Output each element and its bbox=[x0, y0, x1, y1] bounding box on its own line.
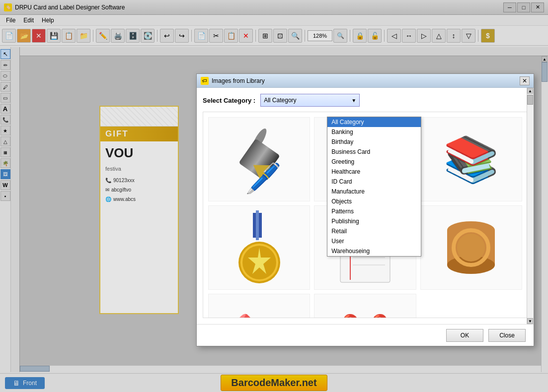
image-cell-medal[interactable] bbox=[208, 205, 310, 290]
images-library-dialog: 🏷 Images from Library ✕ Select Category … bbox=[196, 73, 534, 346]
scissors-emoji: ✂️ bbox=[340, 313, 390, 318]
category-item-banking[interactable]: Banking bbox=[327, 127, 421, 137]
category-item-id-card[interactable]: ID Card bbox=[327, 177, 421, 187]
category-item-business-card[interactable]: Business Card bbox=[327, 147, 421, 157]
category-item-manufacture[interactable]: Manufacture bbox=[327, 187, 421, 196]
category-item-objects[interactable]: Objects bbox=[327, 196, 421, 206]
category-item-warehouseing[interactable]: Warehouseing bbox=[327, 246, 421, 256]
dialog-title-left: 🏷 Images from Library bbox=[201, 77, 265, 85]
dialog-close-x-button[interactable]: ✕ bbox=[520, 76, 530, 85]
image-cell-pen[interactable]: 🖊️ bbox=[208, 117, 310, 201]
dialog-scrollbar[interactable]: ▲ ▼ bbox=[527, 88, 534, 324]
dropdown-arrow-icon: ▼ bbox=[351, 98, 356, 103]
dialog-title-bar: 🏷 Images from Library ✕ bbox=[197, 74, 534, 88]
svg-point-31 bbox=[457, 234, 485, 261]
category-item-all[interactable]: All Category bbox=[327, 117, 421, 127]
category-label: Select Category : bbox=[203, 97, 255, 104]
dialog-overlay: 🏷 Images from Library ✕ Select Category … bbox=[0, 0, 548, 392]
image-cell-books[interactable]: 📚 bbox=[420, 117, 522, 201]
image-cell-scissors[interactable]: ✂️ bbox=[314, 294, 416, 318]
category-item-patterns[interactable]: Patterns bbox=[327, 206, 421, 216]
pencil-emoji: ✏️ bbox=[235, 313, 284, 318]
category-item-retail[interactable]: Retail bbox=[327, 226, 421, 236]
books-emoji: 📚 bbox=[443, 133, 499, 186]
category-item-user[interactable]: User bbox=[327, 236, 421, 246]
category-item-healthcare[interactable]: Healthcare bbox=[327, 167, 421, 177]
category-dropdown-list: All Category Banking Birthday Business C… bbox=[327, 117, 421, 257]
medal-svg bbox=[232, 210, 287, 285]
image-cell-spool[interactable] bbox=[420, 205, 522, 290]
svg-text:🖊️: 🖊️ bbox=[244, 161, 282, 194]
ok-button[interactable]: OK bbox=[446, 329, 483, 342]
category-select-wrapper: All Category ▼ All Category Banking Birt… bbox=[260, 94, 360, 107]
dialog-scroll-thumb[interactable] bbox=[527, 95, 533, 105]
dialog-icon: 🏷 bbox=[201, 77, 209, 85]
category-dropdown[interactable]: All Category ▼ bbox=[260, 94, 360, 107]
category-item-publishing[interactable]: Publishing bbox=[327, 216, 421, 226]
image-cell-pencil[interactable]: ✏️ bbox=[208, 294, 310, 318]
selected-category-text: All Category bbox=[264, 97, 296, 104]
category-item-birthday[interactable]: Birthday bbox=[327, 137, 421, 147]
svg-rect-10 bbox=[256, 210, 259, 240]
dialog-close-button[interactable]: Close bbox=[488, 329, 526, 342]
spool-svg bbox=[444, 220, 498, 275]
dialog-title-text: Images from Library bbox=[212, 77, 265, 84]
category-item-greeting[interactable]: Greeting bbox=[327, 157, 421, 167]
dialog-footer: OK Close bbox=[197, 324, 534, 346]
category-row: Select Category : All Category ▼ All Cat… bbox=[203, 94, 528, 107]
dialog-body: Select Category : All Category ▼ All Cat… bbox=[197, 88, 534, 324]
pen-svg: 🖊️ bbox=[230, 125, 289, 194]
